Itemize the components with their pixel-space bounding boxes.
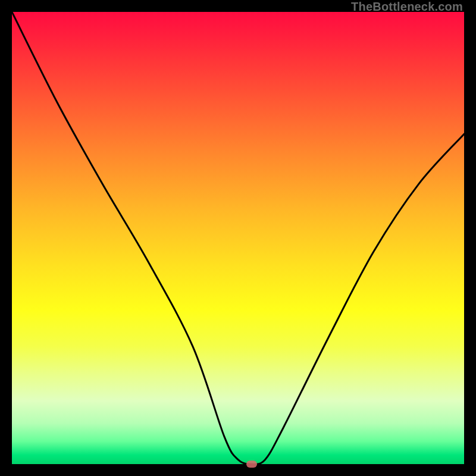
optimum-marker bbox=[246, 461, 257, 468]
bottleneck-curve bbox=[12, 12, 464, 464]
chart-frame: TheBottleneck.com bbox=[0, 0, 476, 476]
plot-area bbox=[12, 12, 464, 464]
